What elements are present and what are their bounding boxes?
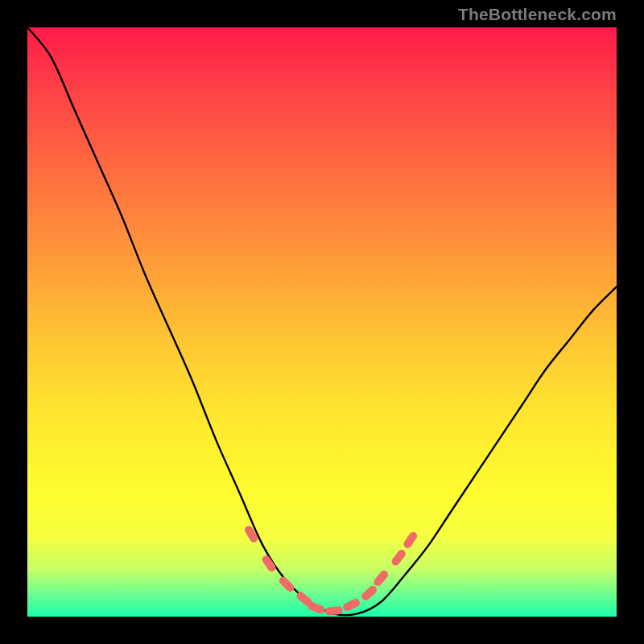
bottleneck-marker	[307, 601, 326, 614]
bottleneck-marker	[390, 548, 407, 568]
bottleneck-marker	[402, 530, 419, 550]
chart-svg	[27, 27, 617, 617]
bottleneck-marker	[360, 584, 378, 602]
watermark-text: TheBottleneck.com	[458, 5, 617, 24]
bottleneck-marker	[261, 554, 278, 573]
chart-frame: TheBottleneck.com	[0, 0, 644, 644]
bottleneck-marker	[278, 575, 296, 593]
bottleneck-curve	[27, 27, 617, 615]
bottleneck-curve-group	[27, 27, 617, 615]
bottleneck-marker	[342, 597, 361, 613]
bottleneck-markers-group	[243, 525, 419, 616]
bottleneck-marker	[372, 569, 390, 588]
plot-area	[27, 27, 617, 617]
